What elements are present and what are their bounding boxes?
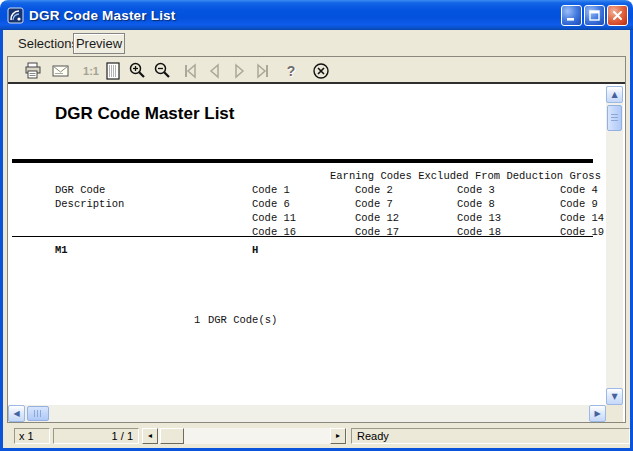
page-setup-icon[interactable]: [102, 60, 124, 81]
header-cell: Code 3: [457, 184, 495, 196]
status-message-panel: Ready: [351, 428, 630, 444]
header-cell: Code 7: [355, 198, 393, 210]
minimize-button[interactable]: [561, 5, 582, 26]
zoom-level-text: x 1: [19, 430, 34, 442]
horizontal-scrollbar[interactable]: ◀ ▶: [8, 405, 606, 422]
zoom-level-panel: x 1: [14, 428, 50, 444]
horizontal-scroll-thumb[interactable]: [27, 406, 49, 421]
scrollbar-corner: [606, 405, 623, 422]
header-cell: Code 9: [560, 198, 598, 210]
header-cell: Code 6: [252, 198, 290, 210]
header-cell: Code 1: [252, 184, 290, 196]
preview-panel: 1:1: [8, 57, 625, 422]
app-icon: [7, 7, 24, 24]
zoom-out-icon[interactable]: [151, 60, 173, 81]
close-button[interactable]: [607, 5, 628, 26]
page-indicator-text: 1 / 1: [112, 430, 133, 442]
page-scrollbar[interactable]: ◂ ▸: [142, 428, 347, 444]
window-title: DGR Code Master List: [29, 8, 561, 23]
print-icon[interactable]: [22, 60, 44, 81]
window-controls: [561, 5, 628, 26]
first-page-icon[interactable]: [180, 60, 202, 81]
header-cell: Code 2: [355, 184, 393, 196]
header-cell: Code 13: [457, 212, 501, 224]
title-bar[interactable]: DGR Code Master List: [0, 0, 633, 30]
vertical-scrollbar[interactable]: ▲ ▼: [606, 86, 623, 405]
app-window: DGR Code Master List Selections Preview: [0, 0, 633, 451]
last-page-icon[interactable]: [251, 60, 273, 81]
scroll-up-icon[interactable]: ▲: [606, 86, 623, 103]
header-cell: Code 12: [355, 212, 399, 224]
header-cell: Description: [55, 198, 124, 210]
actual-size-icon[interactable]: 1:1: [80, 60, 102, 81]
one-to-one-label: 1:1: [83, 65, 99, 77]
zoom-in-icon[interactable]: [126, 60, 148, 81]
report-page: DGR Code Master List Earning Codes Exclu…: [8, 86, 606, 405]
band-header: Earning Codes Excluded From Deduction Gr…: [330, 170, 601, 182]
header-cell: DGR Code: [55, 184, 105, 196]
report-title: DGR Code Master List: [55, 104, 234, 124]
summary-count: 1: [194, 314, 200, 326]
help-icon[interactable]: ?: [280, 60, 302, 81]
close-preview-icon[interactable]: [310, 60, 332, 81]
report-rule-header: [12, 236, 593, 237]
mail-icon[interactable]: [50, 60, 72, 81]
page-scroll-thumb[interactable]: [160, 428, 184, 444]
summary-label: DGR Code(s): [208, 314, 277, 326]
tab-selections[interactable]: Selections: [18, 36, 78, 51]
header-cell: Code 4: [560, 184, 598, 196]
previous-page-icon[interactable]: [204, 60, 226, 81]
status-bar: x 1 1 / 1 ◂ ▸ Ready: [3, 424, 630, 448]
maximize-button[interactable]: [584, 5, 605, 26]
row-earning-code: H: [252, 244, 258, 256]
header-cell: Code 11: [252, 212, 296, 224]
preview-toolbar: 1:1: [8, 57, 625, 84]
scroll-right-icon[interactable]: ▶: [589, 405, 606, 422]
next-page-icon[interactable]: [228, 60, 250, 81]
vertical-scroll-thumb[interactable]: [607, 105, 622, 131]
report-rule-top: [12, 159, 593, 163]
header-cell: Code 14: [560, 212, 604, 224]
tab-preview[interactable]: Preview: [73, 33, 125, 54]
row-dgr-code: M1: [55, 244, 68, 256]
page-scroll-left-icon[interactable]: ◂: [142, 428, 158, 444]
window-body: Selections Preview: [0, 30, 633, 451]
help-label: ?: [287, 63, 296, 79]
header-cell: Code 8: [457, 198, 495, 210]
scroll-left-icon[interactable]: ◀: [8, 405, 25, 422]
scroll-down-icon[interactable]: ▼: [606, 388, 623, 405]
page-indicator-panel: 1 / 1: [53, 428, 139, 444]
page-scroll-right-icon[interactable]: ▸: [330, 428, 346, 444]
status-message-text: Ready: [357, 430, 389, 442]
